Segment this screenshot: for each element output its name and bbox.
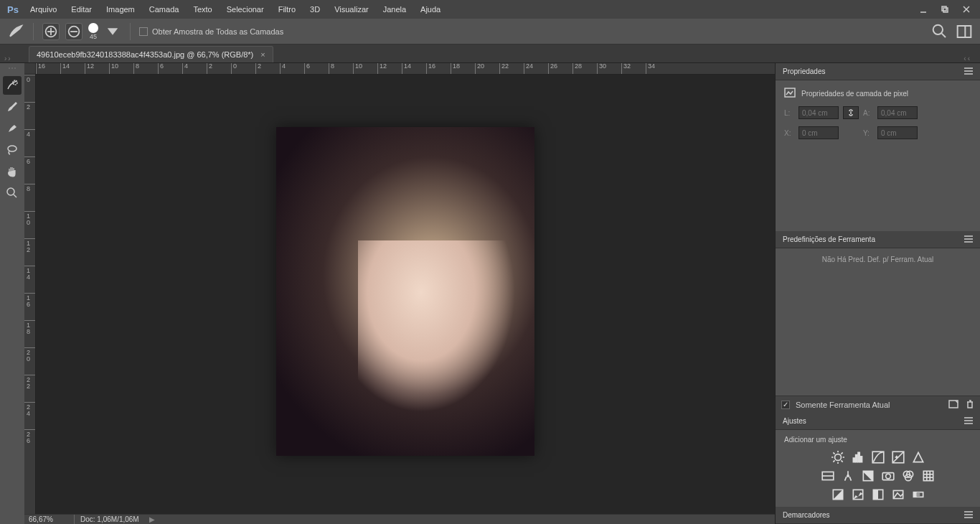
maximize-button[interactable] [934,2,956,17]
healing-brush-tool[interactable] [3,119,22,138]
menu-filtro[interactable]: Filtro [271,0,303,19]
svg-line-11 [942,33,946,37]
link-dimensions-button[interactable] [843,106,859,119]
toolbar-grip-icon[interactable] [5,66,19,70]
color-balance-icon[interactable] [841,469,855,482]
brush-size-label: 45 [90,33,97,40]
delete-preset-icon[interactable] [966,400,974,410]
svg-line-17 [14,195,17,197]
subtract-mode-button[interactable] [65,23,83,40]
gradient-map-icon[interactable] [911,488,925,501]
paths-panel-tab[interactable]: Demarcadores [776,507,980,524]
search-icon[interactable] [931,23,948,40]
zoom-level-input[interactable]: 66,67% [24,515,75,525]
properties-title: Propriedades [783,67,825,75]
adjustments-body: Adicionar um ajuste [776,430,980,507]
menu-janela[interactable]: Janela [376,0,413,19]
menu-imagem[interactable]: Imagem [99,0,142,19]
y-input[interactable] [877,126,918,139]
close-button[interactable] [956,2,977,17]
vertical-ruler[interactable]: 02468101214161820222426 [24,75,36,514]
width-label: L: [784,109,794,117]
workspace-switcher-icon[interactable] [956,23,973,40]
exposure-icon[interactable] [891,451,905,464]
panel-menu-icon[interactable] [964,235,973,244]
levels-icon[interactable] [851,451,865,464]
pixel-layer-icon [784,88,796,99]
tool-presets-panel-tab[interactable]: Predefinições de Ferramenta [776,231,980,248]
svg-rect-38 [853,458,854,462]
document-tab[interactable]: 49610eceb9fb3240183388ac4f4353a0.jpg @ 6… [29,46,273,62]
color-lookup-icon[interactable] [921,469,936,482]
vibrance-icon[interactable] [911,451,925,464]
current-tool-only-checkbox[interactable]: ✓ [781,401,790,409]
app-logo: Ps [3,2,23,17]
svg-rect-12 [958,26,971,37]
black-white-icon[interactable] [861,469,875,482]
status-caret-icon[interactable]: ▶ [145,515,159,523]
document-image[interactable] [276,127,534,456]
brush-preview[interactable]: 45 [88,23,98,40]
svg-line-36 [833,460,834,462]
menu-3d[interactable]: 3D [303,0,327,19]
svg-rect-56 [923,471,933,480]
hand-tool[interactable] [3,162,22,181]
invert-icon[interactable] [831,488,845,501]
svg-rect-68 [916,492,919,497]
properties-subtitle: Propriedades de camada de pixel [801,90,908,98]
properties-panel-tab[interactable]: Propriedades [776,63,980,80]
photo-filter-icon[interactable] [881,469,895,482]
brush-dropdown-icon[interactable] [104,23,121,40]
status-bar: 66,67% Doc: 1,06M/1,06M ▶ [24,514,775,524]
menu-texto[interactable]: Texto [186,0,219,19]
brush-tool[interactable] [3,98,22,116]
canvas-viewport[interactable] [36,75,775,514]
menu-ajuda[interactable]: Ajuda [413,0,448,19]
svg-point-52 [885,474,890,479]
width-input[interactable] [798,106,839,119]
current-tool-icon[interactable] [7,23,24,40]
document-tab-bar: ›› 49610eceb9fb3240183388ac4f4353a0.jpg … [0,45,980,63]
svg-point-49 [847,475,848,477]
panel-menu-icon[interactable] [964,67,973,76]
svg-line-34 [833,452,834,454]
menu-camada[interactable]: Camada [142,0,187,19]
threshold-icon[interactable] [871,488,885,501]
sample-all-layers-label: Obter Amostra de Todas as Camadas [152,27,283,36]
curves-icon[interactable] [871,451,885,464]
selective-color-icon[interactable] [891,488,905,501]
add-mode-button[interactable] [42,23,60,40]
quick-selection-tool[interactable] [3,76,22,95]
canvas-area[interactable]: 1614121086420246810121416182022242628303… [24,63,775,524]
lasso-tool[interactable] [3,141,22,159]
x-input[interactable] [798,126,839,139]
close-tab-icon[interactable]: × [260,50,265,59]
svg-point-15 [8,146,17,151]
minimize-button[interactable] [913,2,934,17]
height-input[interactable] [877,106,918,119]
menu-visualizar[interactable]: Visualizar [327,0,376,19]
brightness-contrast-icon[interactable] [831,451,845,464]
menu-editar[interactable]: Editar [64,0,99,19]
document-info: Doc: 1,06M/1,06M [75,515,145,523]
menu-arquivo[interactable]: Arquivo [23,0,64,19]
zoom-tool[interactable] [3,184,22,202]
panel-menu-icon[interactable] [964,417,973,426]
document-tab-label: 49610eceb9fb3240183388ac4f4353a0.jpg @ 6… [37,50,253,59]
svg-rect-2 [943,8,948,12]
panel-menu-icon[interactable] [964,511,973,520]
horizontal-ruler[interactable]: 1614121086420246810121416182022242628303… [36,63,775,75]
posterize-icon[interactable] [851,488,865,501]
svg-rect-40 [858,452,859,462]
adjustments-panel-tab[interactable]: Ajustes [776,413,980,430]
add-adjustment-label: Adicionar um ajuste [784,436,971,444]
new-preset-icon[interactable] [948,400,958,410]
tool-presets-footer: ✓ Somente Ferramenta Atual [776,396,980,413]
tool-presets-body: Não Há Pred. Def. p/ Ferram. Atual [776,248,980,396]
sample-all-layers-checkbox[interactable]: Obter Amostra de Todas as Camadas [139,27,283,36]
channel-mixer-icon[interactable] [901,469,915,482]
ruler-origin[interactable] [24,63,36,75]
svg-rect-1 [942,6,946,11]
hue-saturation-icon[interactable] [821,469,835,482]
menu-selecionar[interactable]: Selecionar [220,0,271,19]
